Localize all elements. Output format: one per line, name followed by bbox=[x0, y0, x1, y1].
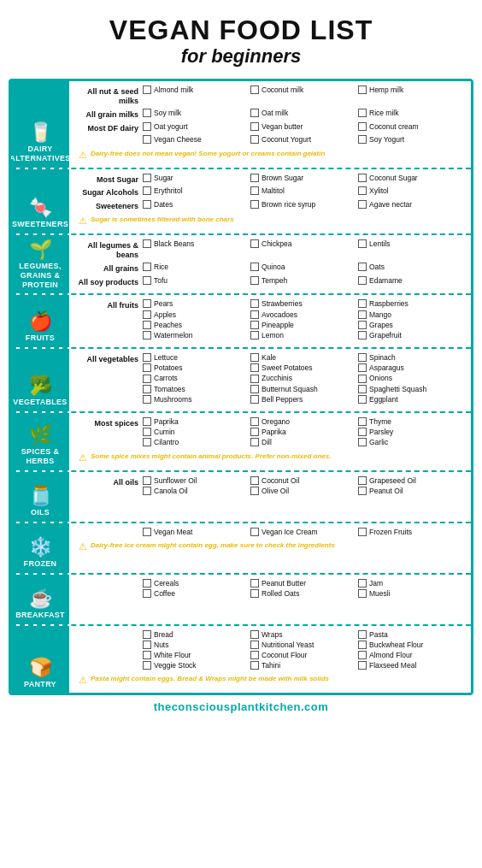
checkbox-peanut-butter[interactable] bbox=[250, 579, 259, 588]
checkbox-nuts[interactable] bbox=[143, 641, 151, 649]
checkbox-canola-oil[interactable] bbox=[143, 487, 151, 495]
checkbox-soy-milk[interactable] bbox=[143, 109, 151, 117]
checkbox-oat-milk[interactable] bbox=[250, 109, 259, 117]
checkbox-vegan-butter[interactable] bbox=[250, 122, 259, 131]
checkbox-erythritol[interactable] bbox=[143, 186, 151, 195]
checkbox-edamame[interactable] bbox=[358, 276, 367, 285]
checkbox-carrots[interactable] bbox=[143, 375, 151, 383]
checkbox-sunflower-oil[interactable] bbox=[143, 476, 151, 485]
checkbox-quinoa[interactable] bbox=[250, 263, 259, 271]
list-item: Thyme bbox=[358, 417, 466, 426]
checkbox-coconut-yogurt[interactable] bbox=[250, 135, 259, 144]
checkbox-cilantro[interactable] bbox=[143, 438, 151, 446]
item-label: Frozen Fruits bbox=[369, 528, 412, 536]
checkbox-veggie-stock[interactable] bbox=[143, 661, 151, 670]
checkbox-tempeh[interactable] bbox=[250, 276, 259, 285]
checkbox-wraps[interactable] bbox=[250, 630, 259, 639]
checkbox-pineapple[interactable] bbox=[250, 321, 259, 329]
checkbox-frozen-fruits[interactable] bbox=[358, 528, 367, 536]
checkbox-lentils[interactable] bbox=[358, 239, 367, 248]
checkbox-hemp-milk[interactable] bbox=[358, 86, 367, 94]
checkbox-peanut-oil[interactable] bbox=[358, 487, 367, 495]
checkbox-soy-yogurt[interactable] bbox=[358, 135, 367, 144]
checkbox-raspberries[interactable] bbox=[358, 299, 367, 308]
checkbox-flaxseed-meal[interactable] bbox=[358, 661, 367, 670]
checkbox-coconut-cream[interactable] bbox=[358, 122, 367, 131]
checkbox-cumin[interactable] bbox=[143, 428, 151, 436]
checkbox-kale[interactable] bbox=[250, 353, 259, 362]
checkbox-sugar[interactable] bbox=[143, 174, 151, 182]
checkbox-buckwheat-flour[interactable] bbox=[358, 641, 367, 649]
checkbox-mushrooms[interactable] bbox=[143, 395, 151, 404]
checkbox-spaghetti-squash[interactable] bbox=[358, 385, 367, 393]
checkbox-asparagus[interactable] bbox=[358, 363, 367, 372]
checkbox-nutritional-yeast[interactable] bbox=[250, 641, 259, 649]
checkbox-grapeseed-oil[interactable] bbox=[358, 476, 367, 485]
checkbox-rolled-oats[interactable] bbox=[250, 589, 259, 598]
checkbox-tahini[interactable] bbox=[250, 661, 259, 670]
checkbox-black-beans[interactable] bbox=[143, 239, 151, 248]
checkbox-coconut-sugar[interactable] bbox=[358, 174, 367, 182]
checkbox-white-flour[interactable] bbox=[143, 651, 151, 659]
checkbox-butternut-squash[interactable] bbox=[250, 385, 259, 393]
checkbox-bell-peppers[interactable] bbox=[250, 395, 259, 404]
checkbox-vegan-cheese[interactable] bbox=[143, 135, 151, 144]
checkbox-vegan-ice-cream[interactable] bbox=[250, 528, 259, 536]
items-inner-grid: Vegan Cheese Coconut Yogurt Soy Yogurt bbox=[143, 135, 466, 145]
checkbox-brown-rice-syrup[interactable] bbox=[250, 200, 259, 209]
checkbox-strawberries[interactable] bbox=[250, 299, 259, 308]
checkbox-pasta[interactable] bbox=[358, 630, 367, 639]
checkbox-vegan-meat[interactable] bbox=[143, 528, 151, 536]
checkbox-onions[interactable] bbox=[358, 375, 367, 383]
checkbox-lettuce[interactable] bbox=[143, 353, 151, 362]
checkbox-grapefruit[interactable] bbox=[358, 331, 367, 340]
checkbox-oat-yogurt[interactable] bbox=[143, 122, 151, 131]
checkbox-dill[interactable] bbox=[250, 438, 259, 446]
checkbox-thyme[interactable] bbox=[358, 417, 367, 426]
checkbox-dates[interactable] bbox=[143, 200, 151, 209]
checkbox-tomatoes[interactable] bbox=[143, 385, 151, 393]
checkbox-parsley[interactable] bbox=[358, 428, 367, 436]
checkbox-apples[interactable] bbox=[143, 310, 151, 319]
checkbox-jam[interactable] bbox=[358, 579, 367, 588]
checkbox-maltitol[interactable] bbox=[250, 186, 259, 195]
checkbox-paprika[interactable] bbox=[250, 428, 259, 436]
checkbox-watermelon[interactable] bbox=[143, 331, 151, 340]
checkbox-oats[interactable] bbox=[358, 263, 367, 271]
checkbox-chickpea[interactable] bbox=[250, 239, 259, 248]
subsection-dairy-1: All grain milks Soy milk Oat milk Rice m… bbox=[74, 109, 466, 121]
checkbox-coconut-milk[interactable] bbox=[250, 86, 259, 94]
checkbox-lemon[interactable] bbox=[250, 331, 259, 340]
checkbox-paprika[interactable] bbox=[143, 417, 151, 426]
checkbox-muesli[interactable] bbox=[358, 589, 367, 598]
checkbox-rice[interactable] bbox=[143, 263, 151, 271]
checkbox-cereals[interactable] bbox=[143, 579, 151, 588]
checkbox-coconut-flour[interactable] bbox=[250, 651, 259, 659]
checkbox-coffee[interactable] bbox=[143, 589, 151, 598]
checkbox-grapes[interactable] bbox=[358, 321, 367, 329]
checkbox-tofu[interactable] bbox=[143, 276, 151, 285]
list-item: Jam bbox=[358, 579, 466, 588]
checkbox-zucchinis[interactable] bbox=[250, 375, 259, 383]
checkbox-peaches[interactable] bbox=[143, 321, 151, 329]
checkbox-oregano[interactable] bbox=[250, 417, 259, 426]
checkbox-pears[interactable] bbox=[143, 299, 151, 308]
checkbox-mango[interactable] bbox=[358, 310, 367, 319]
warning-frozen: ⚠ Dairy-free ice cream might contain egg… bbox=[74, 540, 466, 555]
checkbox-avocadoes[interactable] bbox=[250, 310, 259, 319]
checkbox-olive-oil[interactable] bbox=[250, 487, 259, 495]
checkbox-almond-flour[interactable] bbox=[358, 651, 367, 659]
checkbox-bread[interactable] bbox=[143, 630, 151, 639]
checkbox-spinach[interactable] bbox=[358, 353, 367, 362]
checkbox-rice-milk[interactable] bbox=[358, 109, 367, 117]
checkbox-potatoes[interactable] bbox=[143, 363, 151, 372]
checkbox-coconut-oil[interactable] bbox=[250, 476, 259, 485]
checkbox-garlic[interactable] bbox=[358, 438, 367, 446]
checkbox-almond-milk[interactable] bbox=[143, 86, 151, 94]
checkbox-eggplant[interactable] bbox=[358, 395, 367, 404]
checkbox-brown-sugar[interactable] bbox=[250, 174, 259, 182]
checkbox-agave-nectar[interactable] bbox=[358, 200, 367, 209]
warning-icon: ⚠ bbox=[79, 150, 87, 161]
checkbox-sweet-potatoes[interactable] bbox=[250, 363, 259, 372]
checkbox-xylitol[interactable] bbox=[358, 186, 367, 195]
